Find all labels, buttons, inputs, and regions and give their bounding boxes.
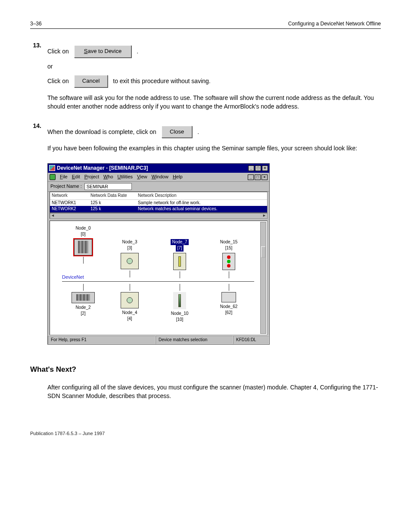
- node-4[interactable]: Node_4 [4]: [111, 284, 148, 322]
- project-name-label: Project Name :: [50, 183, 82, 190]
- mdi-minimize-button[interactable]: _: [248, 174, 254, 180]
- whats-next-body: After configuring all of the slave devic…: [47, 383, 381, 401]
- step-14: 14. When the download is complete, click…: [30, 121, 381, 159]
- mdi-close-button[interactable]: ×: [262, 174, 268, 180]
- menu-who[interactable]: Who: [103, 174, 113, 180]
- maximize-button[interactable]: □: [255, 165, 261, 171]
- interface-icon: [221, 292, 236, 302]
- hscroll-network-list[interactable]: ◄►: [50, 213, 268, 219]
- network-row-1[interactable]: NETWORK1 125 k Sample network for off-li…: [50, 200, 267, 206]
- project-row: Project Name :: [48, 182, 269, 192]
- menu-project[interactable]: Project: [84, 174, 99, 180]
- titlebar: DeviceNet Manager - [SEMINAR.PC3] _ □ ×: [48, 164, 269, 173]
- vscroll-canvas[interactable]: [260, 222, 266, 334]
- step-13-tail: .: [137, 47, 138, 56]
- step-13-num: 13.: [30, 41, 41, 117]
- col-desc: Network Description: [138, 193, 265, 199]
- step-13-explain: The software will ask you for the node a…: [47, 93, 381, 111]
- mdi-maximize-button[interactable]: □: [255, 174, 261, 180]
- scanner-icon: [74, 239, 92, 255]
- menu-edit[interactable]: Edit: [72, 174, 80, 180]
- save-to-device-button[interactable]: Save to Device: [74, 45, 131, 58]
- whats-next-heading: What's Next?: [30, 364, 381, 375]
- devicenet-manager-window: DeviceNet Manager - [SEMINAR.PC3] _ □ × …: [47, 163, 270, 345]
- status-bar: For Help, press F1 Device matches select…: [48, 335, 269, 345]
- status-help: For Help, press F1: [48, 336, 156, 345]
- node-15[interactable]: Node_15 [15]: [210, 239, 247, 278]
- cancel-button[interactable]: Cancel: [74, 75, 108, 87]
- bus-label: DeviceNet: [62, 274, 84, 281]
- network-canvas[interactable]: DeviceNet Node_0 [0] Node_3 [3]: [50, 221, 268, 335]
- step-14-num: 14.: [30, 121, 41, 159]
- network-list: Network Network Data Rate Network Descri…: [50, 192, 268, 213]
- flexio-icon: [72, 292, 95, 303]
- mdi-icon: [50, 174, 56, 180]
- close-button[interactable]: Close: [162, 126, 192, 138]
- node-3[interactable]: Node_3 [3]: [111, 239, 148, 277]
- menu-view[interactable]: View: [137, 174, 147, 180]
- running-head: Configuring a DeviceNet Network Offline: [288, 21, 381, 27]
- drive-icon: [121, 253, 139, 269]
- status-match: Device matches selection: [156, 336, 233, 345]
- node-62[interactable]: Node_62 [62]: [210, 284, 247, 316]
- network-row-2[interactable]: NETWORK2 125 k Network matches actual se…: [50, 206, 267, 212]
- menu-file[interactable]: File: [60, 174, 68, 180]
- menubar: File Edit Project Who Utilities View Win…: [48, 173, 269, 182]
- app-icon: [49, 165, 55, 171]
- armorblock-icon: [173, 253, 186, 270]
- menu-utilities[interactable]: Utilities: [118, 174, 133, 180]
- drive2-icon: [121, 292, 139, 308]
- photoeye-icon: [173, 292, 186, 309]
- node-10[interactable]: Node_10 [10]: [161, 284, 198, 323]
- step-13b-lead: Click on: [47, 77, 69, 85]
- step-13: 13. Click on Save to Device . or Click o…: [30, 41, 381, 117]
- node-0[interactable]: Node_0 [0]: [65, 225, 102, 264]
- col-rate: Network Data Rate: [90, 193, 138, 199]
- step-13b-tail: to exit this procedure without saving.: [113, 77, 210, 85]
- step-14-lead: When the download is complete, click on: [47, 128, 156, 136]
- col-network: Network: [52, 193, 90, 199]
- menu-help[interactable]: Help: [173, 174, 183, 180]
- project-name-input[interactable]: [84, 183, 132, 190]
- node-7[interactable]: Node_7 [7]: [161, 239, 198, 278]
- bus-line: [62, 281, 254, 282]
- close-window-button[interactable]: ×: [262, 165, 268, 171]
- page-number: 3–36: [30, 21, 42, 27]
- step-13-or: or: [47, 62, 381, 71]
- step-14-tail: .: [197, 128, 199, 136]
- step-14-note: If you have been following the examples …: [47, 144, 381, 152]
- window-title: DeviceNet Manager - [SEMINAR.PC3]: [57, 165, 246, 172]
- tower-icon: [222, 253, 235, 270]
- header-rule: [30, 28, 381, 29]
- status-driver: KFD16:DL: [233, 336, 269, 345]
- menu-window[interactable]: Window: [152, 174, 168, 180]
- node-2[interactable]: Node_2 [2]: [65, 284, 102, 317]
- footer-pub: Publication 1787-6.5.3 – June 1997: [30, 430, 381, 437]
- minimize-button[interactable]: _: [248, 165, 254, 171]
- step-13-lead: Click on: [47, 47, 69, 56]
